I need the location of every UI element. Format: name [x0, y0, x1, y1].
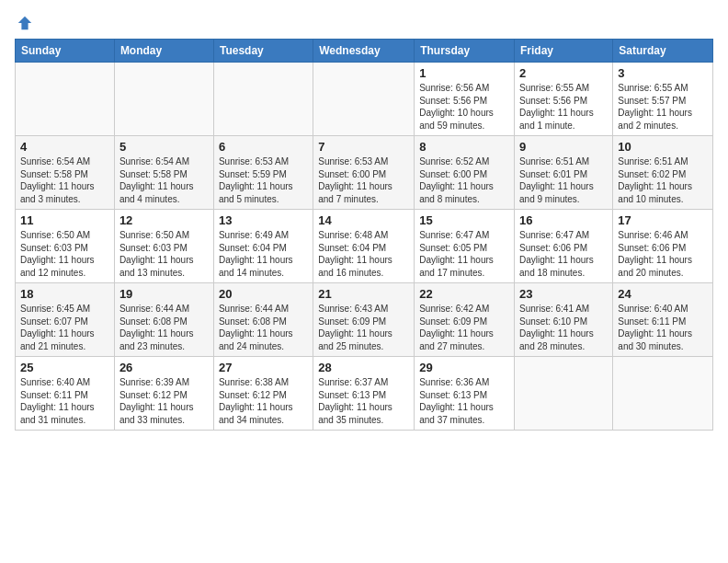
- day-info: Sunrise: 6:38 AM Sunset: 6:12 PM Dayligh…: [219, 376, 308, 426]
- page-header: [15, 15, 713, 31]
- day-number: 28: [318, 361, 409, 374]
- calendar-cell: 1Sunrise: 6:56 AM Sunset: 5:56 PM Daylig…: [415, 63, 515, 136]
- day-number: 22: [419, 287, 509, 301]
- calendar-cell: 4Sunrise: 6:54 AM Sunset: 5:58 PM Daylig…: [16, 136, 115, 210]
- day-info: Sunrise: 6:46 AM Sunset: 6:06 PM Dayligh…: [618, 229, 708, 279]
- day-number: 13: [219, 213, 308, 227]
- day-info: Sunrise: 6:45 AM Sunset: 6:07 PM Dayligh…: [20, 303, 109, 352]
- day-info: Sunrise: 6:47 AM Sunset: 6:05 PM Dayligh…: [419, 229, 509, 279]
- calendar-week-row: 11Sunrise: 6:50 AM Sunset: 6:03 PM Dayli…: [16, 210, 713, 283]
- calendar-cell: 14Sunrise: 6:48 AM Sunset: 6:04 PM Dayli…: [313, 210, 415, 283]
- day-info: Sunrise: 6:40 AM Sunset: 6:11 PM Dayligh…: [618, 303, 708, 352]
- calendar-cell: 10Sunrise: 6:51 AM Sunset: 6:02 PM Dayli…: [613, 136, 713, 210]
- calendar-cell: 12Sunrise: 6:50 AM Sunset: 6:03 PM Dayli…: [114, 210, 213, 283]
- calendar-cell: 16Sunrise: 6:47 AM Sunset: 6:06 PM Dayli…: [515, 210, 613, 283]
- calendar-cell: 21Sunrise: 6:43 AM Sunset: 6:09 PM Dayli…: [313, 283, 415, 357]
- day-info: Sunrise: 6:49 AM Sunset: 6:04 PM Dayligh…: [219, 229, 308, 279]
- calendar-header-row: SundayMondayTuesdayWednesdayThursdayFrid…: [16, 40, 713, 63]
- header-monday: Monday: [114, 40, 213, 63]
- calendar-cell: 7Sunrise: 6:53 AM Sunset: 6:00 PM Daylig…: [313, 136, 415, 210]
- calendar-cell: 6Sunrise: 6:53 AM Sunset: 5:59 PM Daylig…: [213, 136, 313, 210]
- day-info: Sunrise: 6:42 AM Sunset: 6:09 PM Dayligh…: [419, 303, 509, 352]
- header-friday: Friday: [515, 40, 613, 63]
- calendar-cell: 29Sunrise: 6:36 AM Sunset: 6:13 PM Dayli…: [415, 357, 515, 431]
- day-info: Sunrise: 6:53 AM Sunset: 6:00 PM Dayligh…: [318, 155, 409, 205]
- day-number: 17: [618, 213, 708, 227]
- day-info: Sunrise: 6:52 AM Sunset: 6:00 PM Dayligh…: [419, 155, 509, 205]
- calendar-cell: [613, 357, 713, 431]
- svg-marker-0: [18, 17, 31, 29]
- day-info: Sunrise: 6:36 AM Sunset: 6:13 PM Dayligh…: [419, 376, 509, 426]
- day-info: Sunrise: 6:55 AM Sunset: 5:57 PM Dayligh…: [618, 82, 708, 132]
- calendar-cell: 24Sunrise: 6:40 AM Sunset: 6:11 PM Dayli…: [613, 283, 713, 357]
- day-number: 21: [318, 287, 409, 301]
- day-info: Sunrise: 6:41 AM Sunset: 6:10 PM Dayligh…: [519, 303, 608, 352]
- calendar-cell: 28Sunrise: 6:37 AM Sunset: 6:13 PM Dayli…: [313, 357, 415, 431]
- day-number: 6: [219, 140, 308, 154]
- day-number: 5: [119, 140, 209, 154]
- day-info: Sunrise: 6:47 AM Sunset: 6:06 PM Dayligh…: [519, 229, 608, 279]
- day-number: 25: [20, 361, 109, 374]
- calendar-cell: 17Sunrise: 6:46 AM Sunset: 6:06 PM Dayli…: [613, 210, 713, 283]
- day-number: 12: [119, 213, 209, 227]
- logo-icon: [17, 15, 33, 31]
- calendar-cell: [515, 357, 613, 431]
- header-sunday: Sunday: [16, 40, 115, 63]
- day-info: Sunrise: 6:55 AM Sunset: 5:56 PM Dayligh…: [519, 82, 608, 132]
- day-number: 15: [419, 213, 509, 227]
- day-number: 10: [618, 140, 708, 154]
- day-number: 4: [20, 140, 109, 154]
- header-tuesday: Tuesday: [213, 40, 313, 63]
- day-number: 29: [419, 361, 509, 374]
- calendar-cell: 27Sunrise: 6:38 AM Sunset: 6:12 PM Dayli…: [213, 357, 313, 431]
- calendar-cell: 8Sunrise: 6:52 AM Sunset: 6:00 PM Daylig…: [415, 136, 515, 210]
- day-number: 1: [419, 66, 509, 80]
- calendar-cell: 18Sunrise: 6:45 AM Sunset: 6:07 PM Dayli…: [16, 283, 115, 357]
- calendar-cell: [213, 63, 313, 136]
- calendar-cell: 9Sunrise: 6:51 AM Sunset: 6:01 PM Daylig…: [515, 136, 613, 210]
- calendar-table: SundayMondayTuesdayWednesdayThursdayFrid…: [15, 39, 713, 431]
- day-info: Sunrise: 6:54 AM Sunset: 5:58 PM Dayligh…: [20, 155, 109, 205]
- calendar-cell: 11Sunrise: 6:50 AM Sunset: 6:03 PM Dayli…: [16, 210, 115, 283]
- day-info: Sunrise: 6:53 AM Sunset: 5:59 PM Dayligh…: [219, 155, 308, 205]
- day-number: 26: [119, 361, 209, 374]
- day-number: 14: [318, 213, 409, 227]
- calendar-cell: 2Sunrise: 6:55 AM Sunset: 5:56 PM Daylig…: [515, 63, 613, 136]
- day-info: Sunrise: 6:43 AM Sunset: 6:09 PM Dayligh…: [318, 303, 409, 352]
- calendar-cell: 15Sunrise: 6:47 AM Sunset: 6:05 PM Dayli…: [415, 210, 515, 283]
- header-thursday: Thursday: [415, 40, 515, 63]
- calendar-week-row: 18Sunrise: 6:45 AM Sunset: 6:07 PM Dayli…: [16, 283, 713, 357]
- day-info: Sunrise: 6:50 AM Sunset: 6:03 PM Dayligh…: [119, 229, 209, 279]
- calendar-week-row: 1Sunrise: 6:56 AM Sunset: 5:56 PM Daylig…: [16, 63, 713, 136]
- day-info: Sunrise: 6:56 AM Sunset: 5:56 PM Dayligh…: [419, 82, 509, 132]
- calendar-cell: 25Sunrise: 6:40 AM Sunset: 6:11 PM Dayli…: [16, 357, 115, 431]
- calendar-cell: 19Sunrise: 6:44 AM Sunset: 6:08 PM Dayli…: [114, 283, 213, 357]
- day-number: 2: [519, 66, 608, 80]
- day-info: Sunrise: 6:51 AM Sunset: 6:02 PM Dayligh…: [618, 155, 708, 205]
- day-number: 24: [618, 287, 708, 301]
- day-number: 19: [119, 287, 209, 301]
- day-number: 9: [519, 140, 608, 154]
- day-info: Sunrise: 6:39 AM Sunset: 6:12 PM Dayligh…: [119, 376, 209, 426]
- header-wednesday: Wednesday: [313, 40, 415, 63]
- calendar-cell: [114, 63, 213, 136]
- calendar-cell: 20Sunrise: 6:44 AM Sunset: 6:08 PM Dayli…: [213, 283, 313, 357]
- day-number: 18: [20, 287, 109, 301]
- calendar-cell: 26Sunrise: 6:39 AM Sunset: 6:12 PM Dayli…: [114, 357, 213, 431]
- day-info: Sunrise: 6:40 AM Sunset: 6:11 PM Dayligh…: [20, 376, 109, 426]
- calendar-cell: 13Sunrise: 6:49 AM Sunset: 6:04 PM Dayli…: [213, 210, 313, 283]
- logo: [15, 15, 33, 31]
- day-number: 20: [219, 287, 308, 301]
- day-info: Sunrise: 6:50 AM Sunset: 6:03 PM Dayligh…: [20, 229, 109, 279]
- day-info: Sunrise: 6:48 AM Sunset: 6:04 PM Dayligh…: [318, 229, 409, 279]
- day-number: 16: [519, 213, 608, 227]
- day-number: 8: [419, 140, 509, 154]
- calendar-cell: 22Sunrise: 6:42 AM Sunset: 6:09 PM Dayli…: [415, 283, 515, 357]
- calendar-cell: 3Sunrise: 6:55 AM Sunset: 5:57 PM Daylig…: [613, 63, 713, 136]
- day-info: Sunrise: 6:54 AM Sunset: 5:58 PM Dayligh…: [119, 155, 209, 205]
- day-info: Sunrise: 6:37 AM Sunset: 6:13 PM Dayligh…: [318, 376, 409, 426]
- day-number: 27: [219, 361, 308, 374]
- calendar-week-row: 25Sunrise: 6:40 AM Sunset: 6:11 PM Dayli…: [16, 357, 713, 431]
- day-info: Sunrise: 6:44 AM Sunset: 6:08 PM Dayligh…: [219, 303, 308, 352]
- header-saturday: Saturday: [613, 40, 713, 63]
